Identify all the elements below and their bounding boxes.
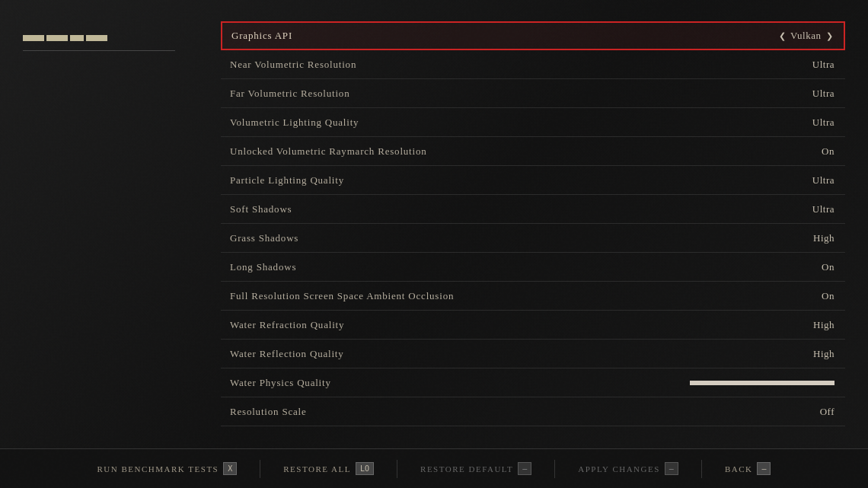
right-panel: Graphics API❮Vulkan❯Near Volumetric Reso… bbox=[221, 21, 845, 448]
setting-name-11: Water Reflection Quality bbox=[230, 348, 344, 360]
vram-seg-2 bbox=[46, 35, 68, 41]
main-content: Graphics API❮Vulkan❯Near Volumetric Reso… bbox=[0, 0, 868, 448]
setting-name-10: Water Refraction Quality bbox=[230, 319, 344, 331]
setting-name-3: Volumetric Lighting Quality bbox=[230, 116, 359, 129]
setting-row-4[interactable]: Unlocked Volumetric Raymarch ResolutionO… bbox=[221, 137, 845, 166]
setting-value-1: Ultra bbox=[812, 59, 834, 71]
setting-row-14[interactable]: TAA Sharpening bbox=[221, 426, 845, 432]
arrow-right-0[interactable]: ❯ bbox=[826, 31, 834, 41]
footer-btn-run-benchmark[interactable]: Run Benchmark TestsX bbox=[97, 462, 238, 475]
setting-value-12 bbox=[690, 381, 834, 385]
key-badge-apply-changes: — bbox=[665, 462, 678, 475]
arrow-left-0[interactable]: ❮ bbox=[779, 31, 787, 41]
setting-row-1[interactable]: Near Volumetric ResolutionUltra bbox=[221, 50, 845, 79]
setting-value-5: Ultra bbox=[812, 174, 834, 187]
setting-value-3: Ultra bbox=[812, 116, 834, 129]
setting-row-6[interactable]: Soft ShadowsUltra bbox=[221, 195, 845, 224]
vram-seg-4 bbox=[86, 35, 107, 41]
slider-fill-12 bbox=[690, 381, 834, 385]
setting-name-2: Far Volumetric Resolution bbox=[230, 88, 349, 100]
footer-divider-2 bbox=[397, 460, 397, 478]
setting-row-12[interactable]: Water Physics Quality bbox=[221, 368, 845, 397]
key-badge-restore-default: — bbox=[518, 462, 531, 475]
key-badge-back: — bbox=[757, 462, 771, 475]
footer-divider-3 bbox=[554, 460, 555, 478]
setting-value-7: High bbox=[813, 232, 834, 244]
footer-btn-back[interactable]: Back— bbox=[725, 462, 771, 475]
setting-row-7[interactable]: Grass ShadowsHigh bbox=[221, 224, 845, 253]
setting-name-12: Water Physics Quality bbox=[230, 377, 331, 389]
selector-value-0: Vulkan bbox=[790, 30, 822, 42]
setting-row-11[interactable]: Water Reflection QualityHigh bbox=[221, 340, 845, 368]
setting-value-9: On bbox=[822, 290, 834, 302]
settings-list: Graphics API❮Vulkan❯Near Volumetric Reso… bbox=[221, 21, 845, 432]
footer-btn-label-restore-all: Restore All bbox=[283, 464, 351, 474]
setting-row-9[interactable]: Full Resolution Screen Space Ambient Occ… bbox=[221, 282, 845, 311]
setting-value-11: High bbox=[813, 348, 834, 360]
setting-value-2: Ultra bbox=[812, 88, 834, 100]
setting-name-13: Resolution Scale bbox=[230, 406, 307, 418]
setting-name-6: Soft Shadows bbox=[230, 203, 292, 215]
setting-row-8[interactable]: Long ShadowsOn bbox=[221, 253, 845, 282]
setting-value-6: Ultra bbox=[812, 203, 834, 215]
setting-value-0: ❮Vulkan❯ bbox=[779, 30, 834, 42]
vram-seg-3 bbox=[70, 35, 84, 41]
setting-name-0: Graphics API bbox=[231, 30, 292, 42]
footer-divider-1 bbox=[260, 460, 260, 478]
setting-row-5[interactable]: Particle Lighting QualityUltra bbox=[221, 166, 845, 195]
setting-value-13: Off bbox=[820, 406, 834, 418]
setting-name-7: Grass Shadows bbox=[230, 232, 298, 244]
key-badge-restore-all: LO bbox=[356, 462, 374, 475]
left-panel bbox=[23, 21, 221, 448]
page: Graphics API❮Vulkan❯Near Volumetric Reso… bbox=[0, 0, 868, 488]
key-badge-run-benchmark: X bbox=[223, 462, 237, 475]
vram-bar bbox=[23, 35, 175, 41]
setting-row-0[interactable]: Graphics API❮Vulkan❯ bbox=[221, 21, 845, 50]
setting-name-4: Unlocked Volumetric Raymarch Resolution bbox=[230, 145, 427, 158]
footer-btn-label-run-benchmark: Run Benchmark Tests bbox=[97, 464, 219, 474]
setting-name-1: Near Volumetric Resolution bbox=[230, 59, 356, 71]
footer-btn-apply-changes[interactable]: Apply Changes— bbox=[578, 462, 678, 475]
setting-value-10: High bbox=[813, 319, 834, 331]
setting-value-4: On bbox=[822, 145, 834, 158]
setting-row-2[interactable]: Far Volumetric ResolutionUltra bbox=[221, 79, 845, 108]
slider-bar-12[interactable] bbox=[690, 381, 834, 385]
vram-seg-1 bbox=[23, 35, 44, 41]
setting-name-5: Particle Lighting Quality bbox=[230, 174, 344, 187]
footer-btn-restore-default[interactable]: Restore Default— bbox=[420, 462, 531, 475]
setting-row-13[interactable]: Resolution ScaleOff bbox=[221, 397, 845, 426]
footer-btn-label-restore-default: Restore Default bbox=[420, 464, 513, 474]
footer-divider-4 bbox=[701, 460, 702, 478]
setting-name-9: Full Resolution Screen Space Ambient Occ… bbox=[230, 290, 454, 302]
setting-row-10[interactable]: Water Refraction QualityHigh bbox=[221, 311, 845, 340]
setting-value-8: On bbox=[822, 261, 834, 273]
footer-btn-label-back: Back bbox=[725, 464, 753, 474]
setting-row-3[interactable]: Volumetric Lighting QualityUltra bbox=[221, 108, 845, 137]
setting-name-8: Long Shadows bbox=[230, 261, 296, 273]
divider-1 bbox=[23, 50, 175, 51]
footer-btn-restore-all[interactable]: Restore AllLO bbox=[283, 462, 374, 475]
footer: Run Benchmark TestsXRestore AllLORestore… bbox=[0, 448, 868, 488]
footer-btn-label-apply-changes: Apply Changes bbox=[578, 464, 660, 474]
